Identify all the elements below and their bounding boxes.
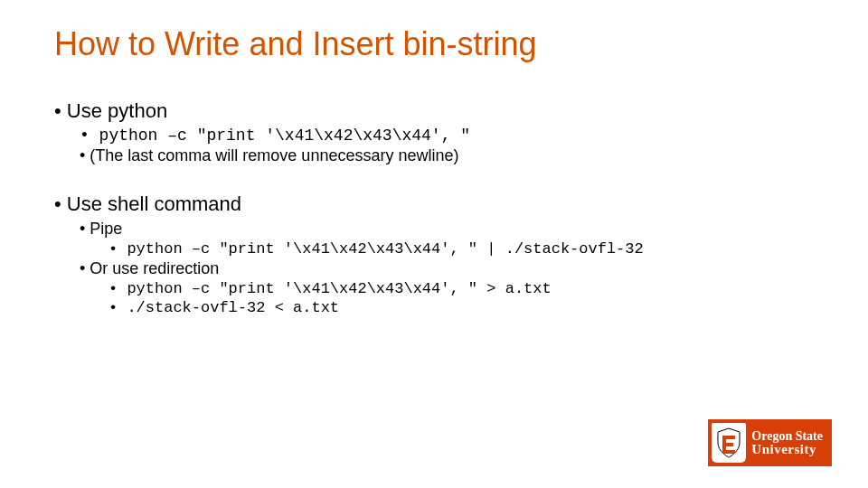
shield-icon: [712, 423, 746, 463]
logo-line2: University: [751, 443, 823, 456]
bullet-redirection: Or use redirection: [80, 259, 814, 278]
bullet-pipe-cmd: python –c "print '\x41\x42\x43\x44', " |…: [108, 240, 814, 258]
bullet-text: python –c "print '\x41\x42\x43\x44', " |…: [127, 240, 643, 258]
osu-logo: Oregon State University: [708, 419, 832, 466]
spacer: [54, 167, 814, 192]
bullet-redir-cmd2: ./stack-ovfl-32 < a.txt: [108, 299, 814, 316]
slide: How to Write and Insert bin-string Use p…: [0, 0, 868, 488]
bullet-text: ./stack-ovfl-32 < a.txt: [127, 299, 339, 316]
logo-line1: Oregon State: [751, 430, 823, 443]
bullet-text: (The last comma will remove unnecessary …: [90, 146, 458, 164]
bullet-use-python: Use python: [54, 99, 814, 123]
bullet-text: python –c "print '\x41\x42\x43\x44', ": [99, 127, 470, 145]
logo-text: Oregon State University: [751, 430, 823, 456]
slide-title: How to Write and Insert bin-string: [54, 25, 814, 63]
bullet-text: Use python: [67, 99, 167, 122]
bullet-text: Or use redirection: [90, 259, 219, 277]
bullet-use-shell: Use shell command: [54, 192, 814, 216]
bullet-text: python –c "print '\x41\x42\x43\x44', " >…: [127, 280, 551, 297]
bullet-pipe: Pipe: [80, 220, 814, 239]
bullet-comma-note: (The last comma will remove unnecessary …: [80, 146, 814, 165]
bullet-text: Use shell command: [67, 192, 241, 215]
bullet-text: Pipe: [90, 220, 122, 238]
bullet-python-cmd: python –c "print '\x41\x42\x43\x44', ": [80, 127, 814, 145]
bullet-redir-cmd1: python –c "print '\x41\x42\x43\x44', " >…: [108, 280, 814, 297]
